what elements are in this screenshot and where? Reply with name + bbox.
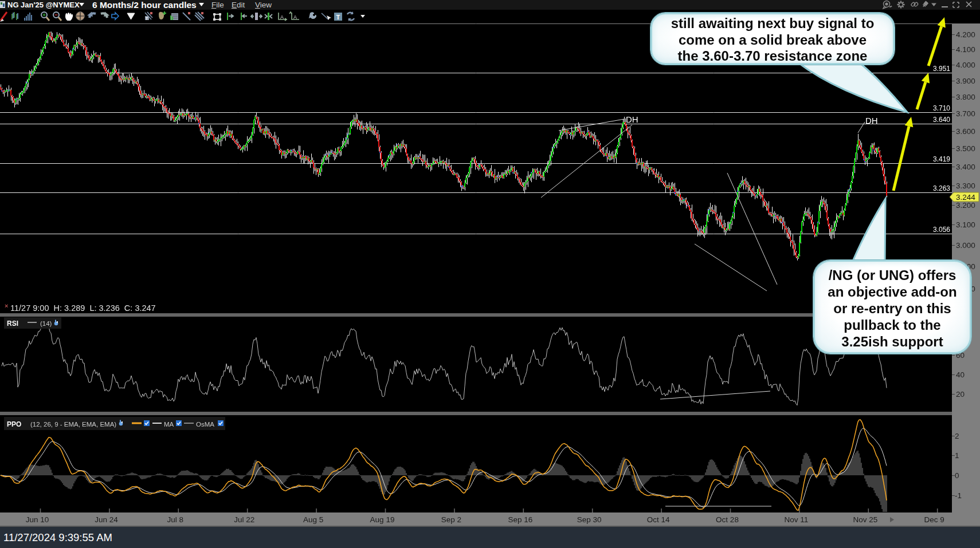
svg-text:A: A <box>293 14 297 20</box>
svg-text:A: A <box>280 14 284 20</box>
svg-text:T: T <box>146 17 148 21</box>
svg-text:T: T <box>336 14 340 21</box>
